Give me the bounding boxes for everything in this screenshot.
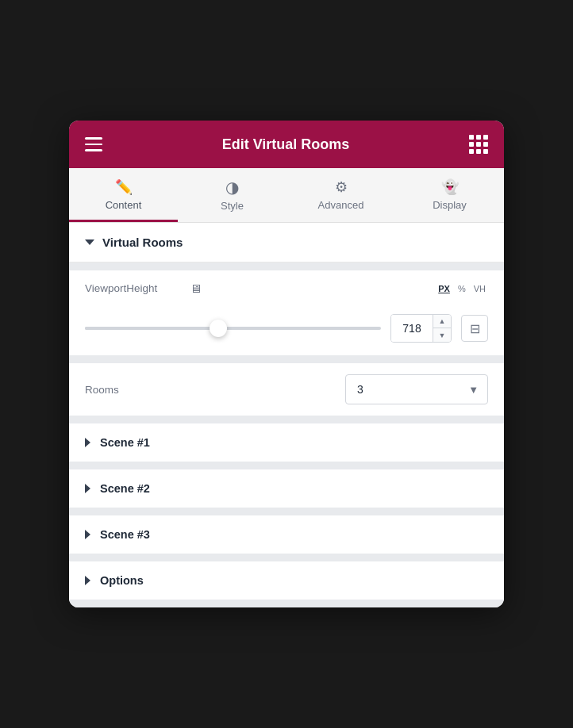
slider-container[interactable] bbox=[85, 320, 381, 336]
monitor-icon: 🖥 bbox=[190, 282, 202, 295]
scene-2-row[interactable]: Scene #2 bbox=[69, 469, 504, 508]
spinner-down-button[interactable]: ▼ bbox=[433, 328, 451, 342]
unit-buttons: PX % VH bbox=[436, 282, 488, 295]
scene-3-chevron-icon bbox=[85, 530, 90, 539]
unit-vh-button[interactable]: VH bbox=[471, 282, 488, 295]
viewport-height-label: ViewportHeight bbox=[85, 282, 180, 294]
divider-1 bbox=[69, 262, 504, 270]
tab-advanced-label: Advanced bbox=[318, 199, 364, 211]
slider-track bbox=[85, 327, 381, 330]
divider-2 bbox=[69, 355, 504, 363]
section-chevron-down-icon[interactable] bbox=[85, 239, 94, 245]
spinner-buttons: ▲ ▼ bbox=[433, 315, 451, 342]
slider-thumb[interactable] bbox=[210, 320, 227, 337]
number-input-group: ▲ ▼ bbox=[390, 314, 452, 343]
ghost-icon: 👻 bbox=[441, 180, 459, 194]
scene-1-title: Scene #1 bbox=[100, 436, 150, 449]
scene-1-row[interactable]: Scene #1 bbox=[69, 423, 504, 462]
viewport-height-input[interactable] bbox=[391, 315, 433, 342]
slider-fill bbox=[85, 327, 218, 330]
tab-content[interactable]: ✏️ Content bbox=[69, 168, 178, 222]
header-title: Edit Virtual Rooms bbox=[222, 136, 350, 153]
edit-icon: ✏️ bbox=[115, 180, 133, 194]
scene-3-row[interactable]: Scene #3 bbox=[69, 515, 504, 554]
spinner-up-button[interactable]: ▲ bbox=[433, 315, 451, 328]
scene-3-title: Scene #3 bbox=[100, 528, 150, 541]
rooms-select-wrapper: 1 2 3 4 5 ▼ bbox=[345, 374, 488, 404]
tabs-bar: ✏️ Content ◑ Style ⚙ Advanced 👻 Display bbox=[69, 168, 504, 223]
rooms-select[interactable]: 1 2 3 4 5 bbox=[345, 374, 488, 404]
options-title: Options bbox=[100, 574, 144, 587]
virtual-rooms-section-header[interactable]: Virtual Rooms bbox=[69, 223, 504, 262]
tab-advanced[interactable]: ⚙ Advanced bbox=[286, 168, 395, 222]
tab-style[interactable]: ◑ Style bbox=[178, 168, 286, 222]
unit-px-button[interactable]: PX bbox=[436, 282, 452, 295]
style-icon: ◑ bbox=[225, 179, 239, 195]
options-chevron-icon bbox=[85, 576, 90, 585]
grid-icon[interactable] bbox=[469, 135, 488, 154]
tab-style-label: Style bbox=[221, 200, 244, 212]
rooms-label: Rooms bbox=[85, 384, 180, 396]
unit-percent-button[interactable]: % bbox=[456, 282, 468, 295]
viewport-height-label-row: ViewportHeight 🖥 PX % VH bbox=[69, 270, 504, 306]
options-row[interactable]: Options bbox=[69, 561, 504, 600]
scene-2-title: Scene #2 bbox=[100, 482, 150, 495]
divider-4 bbox=[69, 462, 504, 469]
hamburger-icon[interactable] bbox=[85, 137, 102, 151]
stack-icon-button[interactable]: ⊟ bbox=[461, 315, 488, 342]
divider-3 bbox=[69, 416, 504, 423]
viewport-height-slider-row: ▲ ▼ ⊟ bbox=[69, 306, 504, 355]
panel: Edit Virtual Rooms ✏️ Content ◑ Style ⚙ … bbox=[69, 121, 504, 607]
divider-5 bbox=[69, 508, 504, 515]
divider-7 bbox=[69, 600, 504, 607]
gear-icon: ⚙ bbox=[335, 180, 348, 194]
scene-2-chevron-icon bbox=[85, 484, 90, 493]
tab-display[interactable]: 👻 Display bbox=[395, 168, 504, 222]
header: Edit Virtual Rooms bbox=[69, 121, 504, 168]
tab-display-label: Display bbox=[433, 199, 467, 211]
content-area: Virtual Rooms ViewportHeight 🖥 PX % VH bbox=[69, 223, 504, 607]
tab-content-label: Content bbox=[106, 199, 142, 211]
scene-1-chevron-icon bbox=[85, 438, 90, 447]
section-title: Virtual Rooms bbox=[102, 236, 183, 249]
rooms-row: Rooms 1 2 3 4 5 ▼ bbox=[69, 363, 504, 416]
divider-6 bbox=[69, 554, 504, 561]
